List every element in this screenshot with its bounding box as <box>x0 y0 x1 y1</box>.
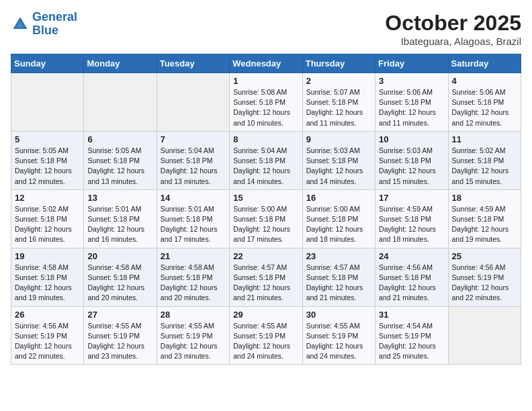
calendar-cell: 13Sunrise: 5:01 AM Sunset: 5:18 PM Dayli… <box>84 189 157 248</box>
calendar-col-header: Sunday <box>11 54 84 73</box>
calendar-body: 1Sunrise: 5:08 AM Sunset: 5:18 PM Daylig… <box>11 73 521 365</box>
day-number: 24 <box>379 251 444 261</box>
calendar-table: SundayMondayTuesdayWednesdayThursdayFrid… <box>11 54 521 365</box>
day-info: Sunrise: 5:05 AM Sunset: 5:18 PM Dayligh… <box>87 146 152 187</box>
calendar-cell: 24Sunrise: 4:56 AM Sunset: 5:18 PM Dayli… <box>375 248 448 306</box>
day-info: Sunrise: 5:05 AM Sunset: 5:18 PM Dayligh… <box>15 146 80 187</box>
day-number: 11 <box>452 134 517 144</box>
day-info: Sunrise: 5:04 AM Sunset: 5:18 PM Dayligh… <box>233 146 298 187</box>
calendar-cell <box>84 73 157 132</box>
day-number: 22 <box>233 251 298 261</box>
calendar-cell: 7Sunrise: 5:04 AM Sunset: 5:18 PM Daylig… <box>157 131 229 189</box>
day-number: 8 <box>233 134 298 144</box>
calendar-cell: 3Sunrise: 5:06 AM Sunset: 5:18 PM Daylig… <box>375 73 448 132</box>
calendar-week-row: 26Sunrise: 4:56 AM Sunset: 5:19 PM Dayli… <box>11 306 521 365</box>
day-number: 18 <box>452 193 517 203</box>
logo-text: General Blue <box>32 11 77 38</box>
day-info: Sunrise: 4:56 AM Sunset: 5:19 PM Dayligh… <box>452 263 517 304</box>
day-info: Sunrise: 5:07 AM Sunset: 5:18 PM Dayligh… <box>306 87 371 128</box>
day-number: 1 <box>233 76 298 86</box>
day-info: Sunrise: 5:01 AM Sunset: 5:18 PM Dayligh… <box>161 204 226 245</box>
logo: General Blue <box>11 11 77 38</box>
calendar-cell: 22Sunrise: 4:57 AM Sunset: 5:18 PM Dayli… <box>230 248 302 306</box>
calendar-cell: 21Sunrise: 4:58 AM Sunset: 5:18 PM Dayli… <box>157 248 229 306</box>
calendar-cell: 18Sunrise: 4:59 AM Sunset: 5:18 PM Dayli… <box>448 189 521 248</box>
day-number: 9 <box>306 134 371 144</box>
day-number: 19 <box>15 251 80 261</box>
calendar-cell: 25Sunrise: 4:56 AM Sunset: 5:19 PM Dayli… <box>448 248 521 306</box>
calendar-week-row: 5Sunrise: 5:05 AM Sunset: 5:18 PM Daylig… <box>11 131 521 189</box>
day-number: 31 <box>379 310 444 320</box>
logo-icon <box>11 15 30 34</box>
calendar-cell: 27Sunrise: 4:55 AM Sunset: 5:19 PM Dayli… <box>84 306 157 365</box>
day-info: Sunrise: 5:04 AM Sunset: 5:18 PM Dayligh… <box>161 146 226 187</box>
calendar-cell: 5Sunrise: 5:05 AM Sunset: 5:18 PM Daylig… <box>11 131 84 189</box>
day-info: Sunrise: 5:03 AM Sunset: 5:18 PM Dayligh… <box>379 146 444 187</box>
calendar-cell: 17Sunrise: 4:59 AM Sunset: 5:18 PM Dayli… <box>375 189 448 248</box>
calendar-cell: 16Sunrise: 5:00 AM Sunset: 5:18 PM Dayli… <box>302 189 375 248</box>
day-number: 20 <box>87 251 152 261</box>
location-subtitle: Ibateguara, Alagoas, Brazil <box>385 36 521 47</box>
calendar-cell: 8Sunrise: 5:04 AM Sunset: 5:18 PM Daylig… <box>230 131 302 189</box>
calendar-cell: 31Sunrise: 4:54 AM Sunset: 5:19 PM Dayli… <box>375 306 448 365</box>
day-number: 13 <box>87 193 152 203</box>
day-info: Sunrise: 4:55 AM Sunset: 5:19 PM Dayligh… <box>233 321 298 362</box>
day-info: Sunrise: 5:03 AM Sunset: 5:18 PM Dayligh… <box>306 146 371 187</box>
day-number: 16 <box>306 193 371 203</box>
day-info: Sunrise: 4:56 AM Sunset: 5:18 PM Dayligh… <box>379 263 444 304</box>
day-info: Sunrise: 4:58 AM Sunset: 5:18 PM Dayligh… <box>15 263 80 304</box>
day-number: 6 <box>87 134 152 144</box>
calendar-cell: 20Sunrise: 4:58 AM Sunset: 5:18 PM Dayli… <box>84 248 157 306</box>
day-number: 5 <box>15 134 80 144</box>
day-info: Sunrise: 4:59 AM Sunset: 5:18 PM Dayligh… <box>379 204 444 245</box>
day-number: 21 <box>161 251 226 261</box>
day-info: Sunrise: 5:00 AM Sunset: 5:18 PM Dayligh… <box>233 204 298 245</box>
calendar-col-header: Wednesday <box>230 54 302 73</box>
day-number: 26 <box>15 310 80 320</box>
calendar-week-row: 19Sunrise: 4:58 AM Sunset: 5:18 PM Dayli… <box>11 248 521 306</box>
page-header: General Blue October 2025 Ibateguara, Al… <box>11 11 521 47</box>
calendar-col-header: Monday <box>84 54 157 73</box>
calendar-col-header: Friday <box>375 54 448 73</box>
calendar-cell: 1Sunrise: 5:08 AM Sunset: 5:18 PM Daylig… <box>230 73 302 132</box>
calendar-cell: 19Sunrise: 4:58 AM Sunset: 5:18 PM Dayli… <box>11 248 84 306</box>
calendar-col-header: Thursday <box>302 54 375 73</box>
day-info: Sunrise: 5:01 AM Sunset: 5:18 PM Dayligh… <box>87 204 152 245</box>
calendar-cell: 2Sunrise: 5:07 AM Sunset: 5:18 PM Daylig… <box>302 73 375 132</box>
day-number: 25 <box>452 251 517 261</box>
calendar-cell <box>448 306 521 365</box>
calendar-week-row: 12Sunrise: 5:02 AM Sunset: 5:18 PM Dayli… <box>11 189 521 248</box>
calendar-cell: 10Sunrise: 5:03 AM Sunset: 5:18 PM Dayli… <box>375 131 448 189</box>
day-info: Sunrise: 4:55 AM Sunset: 5:19 PM Dayligh… <box>87 321 152 362</box>
calendar-cell: 12Sunrise: 5:02 AM Sunset: 5:18 PM Dayli… <box>11 189 84 248</box>
calendar-week-row: 1Sunrise: 5:08 AM Sunset: 5:18 PM Daylig… <box>11 73 521 132</box>
day-number: 2 <box>306 76 371 86</box>
calendar-col-header: Saturday <box>448 54 521 73</box>
day-info: Sunrise: 4:55 AM Sunset: 5:19 PM Dayligh… <box>306 321 371 362</box>
calendar-cell: 4Sunrise: 5:06 AM Sunset: 5:18 PM Daylig… <box>448 73 521 132</box>
calendar-cell: 23Sunrise: 4:57 AM Sunset: 5:18 PM Dayli… <box>302 248 375 306</box>
day-info: Sunrise: 5:00 AM Sunset: 5:18 PM Dayligh… <box>306 204 371 245</box>
day-info: Sunrise: 4:58 AM Sunset: 5:18 PM Dayligh… <box>161 263 226 304</box>
day-number: 17 <box>379 193 444 203</box>
calendar-cell: 6Sunrise: 5:05 AM Sunset: 5:18 PM Daylig… <box>84 131 157 189</box>
day-info: Sunrise: 5:02 AM Sunset: 5:18 PM Dayligh… <box>452 146 517 187</box>
day-number: 4 <box>452 76 517 86</box>
calendar-cell: 11Sunrise: 5:02 AM Sunset: 5:18 PM Dayli… <box>448 131 521 189</box>
calendar-cell: 9Sunrise: 5:03 AM Sunset: 5:18 PM Daylig… <box>302 131 375 189</box>
day-info: Sunrise: 4:54 AM Sunset: 5:19 PM Dayligh… <box>379 321 444 362</box>
day-info: Sunrise: 5:06 AM Sunset: 5:18 PM Dayligh… <box>452 87 517 128</box>
day-number: 10 <box>379 134 444 144</box>
day-info: Sunrise: 4:57 AM Sunset: 5:18 PM Dayligh… <box>306 263 371 304</box>
calendar-cell: 15Sunrise: 5:00 AM Sunset: 5:18 PM Dayli… <box>230 189 302 248</box>
day-info: Sunrise: 5:06 AM Sunset: 5:18 PM Dayligh… <box>379 87 444 128</box>
day-info: Sunrise: 4:58 AM Sunset: 5:18 PM Dayligh… <box>87 263 152 304</box>
calendar-header-row: SundayMondayTuesdayWednesdayThursdayFrid… <box>11 54 521 73</box>
day-info: Sunrise: 5:08 AM Sunset: 5:18 PM Dayligh… <box>233 87 298 128</box>
calendar-cell <box>157 73 229 132</box>
calendar-col-header: Tuesday <box>157 54 229 73</box>
day-number: 12 <box>15 193 80 203</box>
day-number: 3 <box>379 76 444 86</box>
calendar-cell: 28Sunrise: 4:55 AM Sunset: 5:19 PM Dayli… <box>157 306 229 365</box>
calendar-cell <box>11 73 84 132</box>
